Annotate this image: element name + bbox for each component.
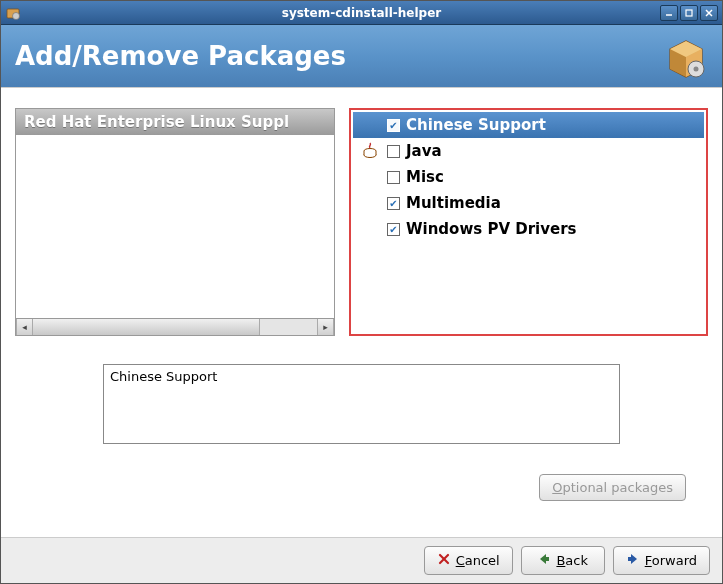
package-item[interactable]: ✔Multimedia [353, 190, 704, 216]
description-box: Chinese Support [103, 364, 620, 444]
svg-rect-16 [545, 557, 549, 561]
svg-point-11 [694, 67, 699, 72]
package-checkbox[interactable] [387, 171, 400, 184]
header-banner: Add/Remove Packages [1, 25, 722, 87]
package-checkbox[interactable] [387, 145, 400, 158]
scroll-left-button[interactable]: ◂ [16, 319, 33, 335]
package-checkbox[interactable]: ✔ [387, 223, 400, 236]
cancel-icon [437, 552, 451, 569]
package-item[interactable]: Misc [353, 164, 704, 190]
optional-packages-button: Optional packages [539, 474, 686, 501]
close-button[interactable] [700, 5, 718, 21]
horizontal-scrollbar[interactable]: ◂ ▸ [15, 319, 335, 336]
window-title: system-cdinstall-helper [282, 6, 441, 20]
package-icon-placeholder [359, 218, 381, 240]
scroll-right-button[interactable]: ▸ [317, 319, 334, 335]
package-checkbox[interactable]: ✔ [387, 197, 400, 210]
cancel-button[interactable]: Cancel [424, 546, 513, 575]
back-button[interactable]: Back [521, 546, 605, 575]
scroll-thumb[interactable] [33, 319, 260, 335]
package-item[interactable]: ✔Windows PV Drivers [353, 216, 704, 242]
scroll-track[interactable] [33, 319, 317, 335]
package-label: Windows PV Drivers [406, 220, 577, 238]
package-checkbox[interactable]: ✔ [387, 119, 400, 132]
maximize-button[interactable] [680, 5, 698, 21]
package-item[interactable]: ✔Chinese Support [353, 112, 704, 138]
package-icon-placeholder [359, 192, 381, 214]
package-label: Multimedia [406, 194, 501, 212]
package-label: Chinese Support [406, 116, 546, 134]
titlebar: system-cdinstall-helper [1, 1, 722, 25]
package-icon-placeholder [359, 166, 381, 188]
category-list[interactable]: Red Hat Enterprise Linux Suppl [15, 108, 335, 319]
forward-button[interactable]: Forward [613, 546, 710, 575]
svg-rect-3 [686, 10, 692, 16]
minimize-button[interactable] [660, 5, 678, 21]
footer-buttons: Cancel Back Forward [1, 537, 722, 583]
titlebar-app-icon [5, 5, 25, 21]
package-item[interactable]: Java [353, 138, 704, 164]
svg-rect-18 [628, 557, 632, 561]
package-label: Misc [406, 168, 444, 186]
forward-arrow-icon [626, 552, 640, 569]
page-title: Add/Remove Packages [15, 41, 346, 71]
content-area: Red Hat Enterprise Linux Suppl ◂ ▸ ✔Chin… [1, 87, 722, 537]
description-text: Chinese Support [110, 369, 217, 384]
category-pane: Red Hat Enterprise Linux Suppl ◂ ▸ [15, 108, 335, 336]
window: system-cdinstall-helper Add/Remove Packa… [0, 0, 723, 584]
package-list: ✔Chinese SupportJavaMisc✔Multimedia✔Wind… [353, 112, 704, 242]
package-pane: ✔Chinese SupportJavaMisc✔Multimedia✔Wind… [349, 108, 708, 336]
back-arrow-icon [537, 552, 551, 569]
java-icon [359, 140, 381, 162]
package-box-icon [664, 35, 708, 79]
package-icon-placeholder [359, 114, 381, 136]
svg-point-1 [13, 12, 20, 19]
category-item[interactable]: Red Hat Enterprise Linux Suppl [16, 109, 334, 135]
package-label: Java [406, 142, 442, 160]
